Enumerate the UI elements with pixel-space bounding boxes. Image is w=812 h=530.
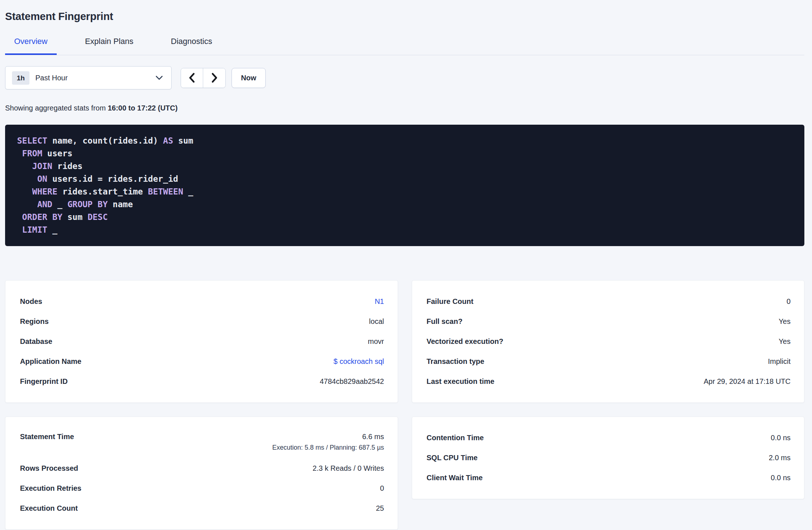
stat-label: Regions (20, 317, 49, 326)
stat-value-group: 2.0 ms (769, 454, 791, 462)
stat-value-group: 0 (380, 484, 384, 493)
stat-label: Last execution time (427, 377, 495, 386)
stat-value-group: 2.3 k Reads / 0 Writes (313, 464, 384, 473)
application-name-link[interactable]: $ cockroach sql (334, 357, 384, 366)
sql-line: WHERE rides.start_time BETWEEN _ (17, 185, 792, 198)
stat-row: Transaction typeImplicit (427, 352, 791, 372)
stat-row: Fingerprint ID4784cb829aab2542 (20, 372, 384, 392)
stat-label: Vectorized execution? (427, 337, 503, 346)
stat-value-group: 4784cb829aab2542 (320, 377, 384, 386)
stat-label: Statement Time (20, 433, 74, 441)
stat-value-group: movr (368, 337, 384, 346)
stat-label: Transaction type (427, 357, 485, 366)
stat-value: 0 (380, 484, 384, 493)
stat-row: Full scan?Yes (427, 312, 791, 332)
stat-row: Regionslocal (20, 312, 384, 332)
stat-label: Execution Retries (20, 484, 81, 493)
time-controls: 1h Past Hour Now (5, 66, 804, 89)
stat-label: Nodes (20, 297, 42, 306)
stat-value-group: local (369, 317, 384, 326)
wait-time-card: Contention Time0.0 nsSQL CPU Time2.0 msC… (412, 417, 805, 499)
sql-line: LIMIT _ (17, 224, 792, 236)
chevron-down-icon (155, 75, 163, 80)
stat-value-group: 0 (787, 297, 791, 306)
stat-value-group: N1 (375, 297, 384, 306)
time-range-badge: 1h (12, 71, 29, 85)
stat-label: Contention Time (427, 434, 484, 442)
stat-value: 6.6 ms (272, 433, 384, 441)
now-button[interactable]: Now (232, 68, 266, 88)
stat-value: 4784cb829aab2542 (320, 377, 384, 386)
next-time-interval-button[interactable] (203, 68, 225, 88)
stat-label: Rows Processed (20, 464, 78, 473)
chevron-right-icon (211, 72, 218, 83)
stat-row: Contention Time0.0 ns (427, 428, 791, 448)
sql-statement-block: SELECT name, count(rides.id) AS sum FROM… (5, 125, 804, 246)
stat-row: Databasemovr (20, 332, 384, 352)
sql-line: FROM users (17, 147, 792, 160)
nodes-link[interactable]: N1 (375, 297, 384, 306)
tab-explain-plans[interactable]: Explain Plans (76, 28, 142, 55)
stat-row: NodesN1 (20, 292, 384, 312)
stat-value: 0 (787, 297, 791, 306)
stats-summary-prefix: Showing aggregated stats from (5, 104, 108, 112)
stats-summary-range: 16:00 to 17:22 (UTC) (108, 104, 177, 112)
stat-value-group: $ cockroach sql (334, 357, 384, 366)
stat-row: Rows Processed2.3 k Reads / 0 Writes (20, 458, 384, 478)
sql-line: ON users.id = rides.rider_id (17, 173, 792, 185)
stat-label: Fingerprint ID (20, 377, 68, 386)
stat-value: 2.3 k Reads / 0 Writes (313, 464, 384, 473)
time-step-buttons (181, 68, 226, 88)
stat-label: Failure Count (427, 297, 474, 306)
stat-row: SQL CPU Time2.0 ms (427, 448, 791, 468)
stat-value: 25 (376, 504, 384, 513)
time-range-label: Past Hour (35, 74, 68, 82)
stat-value-group: 0.0 ns (771, 474, 791, 482)
time-range-dropdown[interactable]: 1h Past Hour (5, 66, 172, 89)
stat-row: Execution Retries0 (20, 478, 384, 498)
stat-value-group: Yes (779, 317, 791, 326)
stat-row: Execution Count25 (20, 498, 384, 518)
execution-attributes-card: Failure Count0Full scan?YesVectorized ex… (412, 280, 805, 403)
aggregated-stats-summary: Showing aggregated stats from 16:00 to 1… (5, 103, 804, 113)
stat-label: Application Name (20, 357, 81, 366)
stat-label: Database (20, 337, 52, 346)
stat-value: Implicit (768, 357, 791, 366)
stat-row: Client Wait Time0.0 ns (427, 468, 791, 488)
tab-overview[interactable]: Overview (5, 28, 57, 55)
chevron-left-icon (188, 72, 196, 83)
stat-value: 0.0 ns (771, 434, 791, 442)
stat-value-group: Implicit (768, 357, 791, 366)
stat-row: Statement Time6.6 msExecution: 5.8 ms / … (20, 428, 384, 458)
tab-diagnostics[interactable]: Diagnostics (162, 28, 221, 55)
stat-value: Yes (779, 337, 791, 346)
stat-row: Vectorized execution?Yes (427, 332, 791, 352)
sql-line: AND _ GROUP BY name (17, 198, 792, 211)
stat-value: 2.0 ms (769, 454, 791, 462)
sql-line: ORDER BY sum DESC (17, 211, 792, 224)
stat-row: Failure Count0 (427, 292, 791, 312)
stat-row: Application Name$ cockroach sql (20, 352, 384, 372)
stat-value: 0.0 ns (771, 474, 791, 482)
stat-label: Full scan? (427, 317, 463, 326)
stat-label: SQL CPU Time (427, 454, 478, 462)
previous-time-interval-button[interactable] (181, 68, 203, 88)
stat-value-group: 0.0 ns (771, 434, 791, 442)
stat-value-group: Apr 29, 2024 at 17:18 UTC (704, 377, 791, 386)
page-title: Statement Fingerprint (5, 10, 804, 23)
tab-bar: OverviewExplain PlansDiagnostics (5, 28, 804, 55)
stat-label: Client Wait Time (427, 474, 483, 482)
sql-line: SELECT name, count(rides.id) AS sum (17, 134, 792, 147)
stat-value: Yes (779, 317, 791, 326)
stat-value-group: 25 (376, 504, 384, 513)
stat-value: local (369, 317, 384, 326)
stat-value-group: Yes (779, 337, 791, 346)
stat-label: Execution Count (20, 504, 78, 513)
sql-line: JOIN rides (17, 160, 792, 173)
stats-cards: NodesN1RegionslocalDatabasemovrApplicati… (5, 280, 804, 530)
stat-value: movr (368, 337, 384, 346)
statement-info-card: NodesN1RegionslocalDatabasemovrApplicati… (5, 280, 398, 403)
stat-value: Apr 29, 2024 at 17:18 UTC (704, 377, 791, 386)
stat-value-group: 6.6 msExecution: 5.8 ms / Planning: 687.… (272, 433, 384, 451)
stat-subvalue: Execution: 5.8 ms / Planning: 687.5 µs (272, 444, 384, 451)
